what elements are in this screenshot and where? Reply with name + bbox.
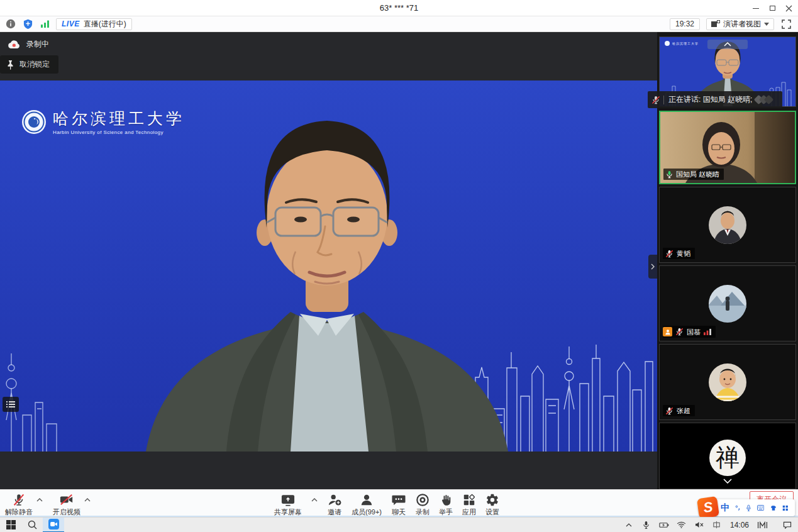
network-poor-icon [704,328,711,335]
recording-label: 录制中 [26,39,49,50]
search-icon [28,520,37,529]
minimize-icon [753,8,759,9]
close-icon [785,5,792,12]
caption-panel-button[interactable] [3,397,19,412]
search-button[interactable] [21,518,43,532]
raise-hand-button[interactable]: 举手 [439,493,453,517]
view-mode-label: 演讲者视图 [723,19,761,30]
unmute-button[interactable]: 解除静音 [5,493,33,517]
main-stage: 哈尔滨理工大学 Harbin University of Science and… [0,32,657,489]
record-icon [416,493,429,507]
start-button[interactable] [0,518,21,532]
maximize-button[interactable] [764,0,780,16]
chat-label: 聊天 [392,507,406,517]
meeting-duration: 19:32 [670,18,700,30]
chevron-up-icon [724,42,731,47]
chevron-up-icon [84,498,91,502]
apps-button[interactable]: 应用 [462,493,476,517]
share-screen-label: 共享屏幕 [274,507,302,517]
soft-keyboard-icon[interactable] [757,504,764,511]
close-button[interactable] [780,0,797,16]
tray-wifi-button[interactable] [673,518,690,532]
meeting-app-task-button[interactable] [43,518,64,532]
taskbar-clock[interactable]: 14:06 [726,521,753,529]
voice-input-icon[interactable] [746,504,751,513]
maximize-icon [770,6,775,11]
unpin-label: 取消锁定 [19,59,50,70]
tray-mic-button[interactable] [638,518,655,532]
fullscreen-button[interactable] [780,18,792,30]
participant-tile[interactable]: 黄韬 [659,187,796,263]
windows-taskbar: 14:06 [0,517,798,532]
participant-tile-active[interactable]: 国知局 赵晓晴 [659,111,796,184]
action-center-button[interactable] [779,518,795,532]
members-button[interactable]: 成员(99+) [352,493,382,517]
wifi-icon [677,521,686,528]
window-controls [748,0,797,16]
participant-tile[interactable]: 禅 [659,423,796,489]
sogou-logo[interactable]: S [697,496,719,519]
invite-person-icon [327,493,342,507]
shield-icon [23,19,33,29]
meeting-info-button[interactable] [5,18,16,30]
chat-button[interactable]: 聊天 [391,493,406,517]
list-icon [6,401,15,408]
chevron-up-icon [626,523,632,527]
notification-icon [783,521,792,529]
skin-icon[interactable] [770,504,777,512]
mic-muted-icon [665,407,673,415]
start-video-button[interactable]: 开启视频 [53,493,80,517]
layout-icon [711,20,720,28]
scroll-down-indicator[interactable] [723,479,732,484]
tray-expand-button[interactable] [621,518,637,532]
network-status-button[interactable] [39,18,50,30]
unpin-button[interactable]: 取消锁定 [0,55,58,74]
taskbar-left [0,518,64,532]
participant-name: 黄韬 [677,249,690,258]
windows-logo-icon [6,520,16,529]
meeting-header-left: LIVE 直播(进行中) [0,18,132,30]
sidebar-collapse-handle[interactable] [648,255,657,279]
live-status-badge[interactable]: LIVE 直播(进行中) [56,18,132,30]
toolbox-icon[interactable] [782,504,789,512]
tray-battery-button[interactable] [656,518,672,532]
meeting-header: LIVE 直播(进行中) 19:32 演讲者视图 [0,16,798,32]
record-button[interactable]: 录制 [416,493,429,517]
invite-button[interactable]: 邀请 [327,493,342,517]
settings-button[interactable]: 设置 [485,493,499,517]
participant-tile[interactable]: 张超 [659,344,796,420]
collapse-thumbnails-button[interactable] [707,40,748,49]
host-badge [663,327,672,336]
members-icon [359,493,374,507]
share-screen-button[interactable]: 共享屏幕 [274,493,302,517]
minimize-button[interactable] [748,0,764,16]
start-video-label: 开启视频 [53,507,80,517]
live-status-text: 直播(进行中) [84,19,126,30]
tray-volume-button[interactable] [691,518,707,532]
ime-mode-indicator[interactable]: 中 [721,502,729,514]
meeting-header-right: 19:32 演讲者视图 [670,18,798,30]
video-options-chevron[interactable] [84,498,91,502]
punctuation-icon[interactable] [735,504,740,512]
speaker-video-frame [0,80,657,452]
chevron-up-icon [36,498,43,502]
mini-logo-text: 哈尔滨理工大学 [672,42,699,46]
security-button[interactable] [22,18,33,30]
participant-tile[interactable]: 国慕 [659,265,796,341]
mute-options-chevron[interactable] [36,498,43,502]
ime-lang-icon [712,521,721,529]
tray-ime-status-button[interactable] [754,518,770,532]
university-emblem-icon [21,109,47,135]
tray-ime-button[interactable] [709,518,725,532]
view-mode-button[interactable]: 演讲者视图 [706,18,774,30]
fullscreen-icon [782,19,791,29]
battery-charging-icon [659,522,669,528]
chevron-down-icon [764,23,769,26]
participant-label: 张超 [663,405,695,416]
share-options-chevron[interactable] [311,498,318,502]
toolbar-left-group: 解除静音 开启视频 [5,493,91,517]
raise-hand-label: 举手 [439,507,453,517]
apps-icon [462,493,476,507]
avatar-glyph: 禅 [716,442,740,474]
pin-icon [6,60,14,70]
